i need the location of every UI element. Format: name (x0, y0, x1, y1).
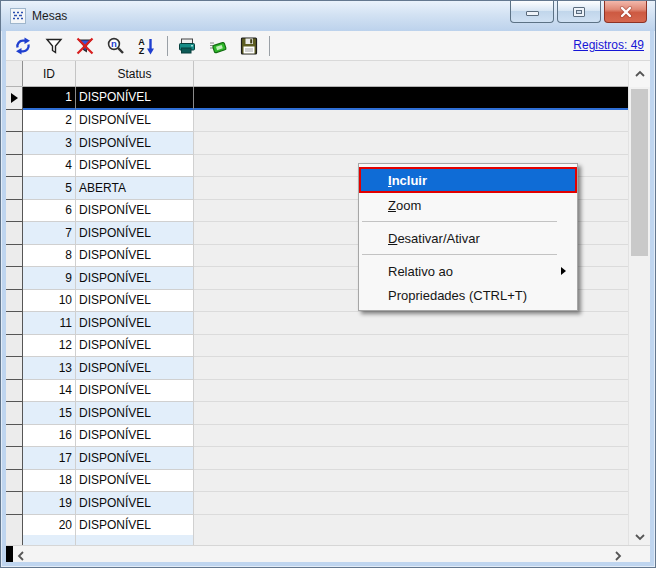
table-row[interactable]: 1DISPONÍVEL (6, 87, 628, 110)
table-row[interactable]: 3DISPONÍVEL (6, 132, 628, 155)
cell-status[interactable]: DISPONÍVEL (76, 290, 194, 313)
cell-status[interactable]: DISPONÍVEL (76, 380, 194, 403)
registros-link[interactable]: Registros: 49 (573, 38, 644, 52)
cell-status[interactable]: DISPONÍVEL (76, 200, 194, 223)
payment-button[interactable] (205, 34, 231, 58)
cell-status[interactable]: DISPONÍVEL (76, 447, 194, 470)
row-indicator[interactable] (6, 222, 23, 245)
row-indicator[interactable] (6, 447, 23, 470)
scroll-left-button[interactable] (17, 548, 25, 566)
refresh-button[interactable] (10, 34, 36, 58)
table-row[interactable]: 12DISPONÍVEL (6, 335, 628, 358)
cell-status[interactable]: DISPONÍVEL (76, 267, 194, 290)
row-indicator[interactable] (6, 312, 23, 335)
cell-id[interactable]: 18 (23, 470, 76, 493)
row-indicator[interactable] (6, 290, 23, 313)
cell-status[interactable]: DISPONÍVEL (76, 132, 194, 155)
vertical-scrollbar[interactable] (628, 61, 650, 545)
clear-filter-button[interactable] (72, 34, 98, 58)
cell-status[interactable]: DISPONÍVEL (76, 312, 194, 335)
table-row[interactable]: 16DISPONÍVEL (6, 425, 628, 448)
close-button[interactable] (604, 1, 647, 23)
cell-status[interactable]: ABERTA (76, 177, 194, 200)
cell-id[interactable]: 1 (23, 87, 76, 110)
filter-button[interactable] (41, 34, 67, 58)
row-indicator[interactable] (6, 492, 23, 515)
cell-id[interactable]: 11 (23, 312, 76, 335)
cell-id[interactable]: 15 (23, 402, 76, 425)
cell-id[interactable]: 8 (23, 245, 76, 268)
print-button[interactable] (174, 34, 200, 58)
column-header-status[interactable]: Status (76, 61, 194, 86)
cell-status[interactable]: DISPONÍVEL (76, 155, 194, 178)
table-row[interactable]: 2DISPONÍVEL (6, 110, 628, 133)
cell-id[interactable]: 16 (23, 425, 76, 448)
row-indicator[interactable] (6, 177, 23, 200)
row-indicator[interactable] (6, 132, 23, 155)
scroll-up-button[interactable] (629, 61, 650, 87)
title-bar[interactable]: Mesas (1, 1, 655, 31)
row-indicator[interactable] (6, 380, 23, 403)
cell-id[interactable]: 7 (23, 222, 76, 245)
cell-status[interactable]: DISPONÍVEL (76, 222, 194, 245)
cell-id[interactable]: 19 (23, 492, 76, 515)
cell-status[interactable]: DISPONÍVEL (76, 110, 194, 133)
cell-status[interactable]: DISPONÍVEL (76, 515, 194, 536)
row-indicator[interactable] (6, 402, 23, 425)
maximize-button[interactable] (557, 1, 601, 23)
table-row[interactable]: 11DISPONÍVEL (6, 312, 628, 335)
cell-id[interactable]: 10 (23, 290, 76, 313)
row-indicator[interactable] (6, 245, 23, 268)
row-indicator[interactable] (6, 267, 23, 290)
table-row[interactable]: 13DISPONÍVEL (6, 357, 628, 380)
cell-status[interactable]: DISPONÍVEL (76, 470, 194, 493)
cell-id[interactable]: 12 (23, 335, 76, 358)
cell-id[interactable]: 20 (23, 515, 76, 536)
menu-item-incluir[interactable]: Incluir (359, 167, 577, 193)
menu-item-propriedades-ctrl-t[interactable]: Propriedades (CTRL+T) (359, 283, 577, 307)
vertical-scroll-thumb[interactable] (631, 89, 648, 256)
scroll-right-button[interactable] (614, 548, 622, 566)
cell-id[interactable]: 13 (23, 357, 76, 380)
row-indicator[interactable] (6, 470, 23, 493)
row-indicator[interactable] (6, 335, 23, 358)
row-indicator[interactable] (6, 425, 23, 448)
cell-status[interactable]: DISPONÍVEL (76, 402, 194, 425)
table-row[interactable]: 14DISPONÍVEL (6, 380, 628, 403)
cell-status[interactable]: DISPONÍVEL (76, 357, 194, 380)
horizontal-scrollbar[interactable] (6, 545, 650, 562)
scroll-down-button[interactable] (629, 529, 650, 545)
cell-status[interactable]: DISPONÍVEL (76, 425, 194, 448)
save-button[interactable] (236, 34, 262, 58)
row-indicator[interactable] (6, 87, 23, 110)
cell-id[interactable]: 9 (23, 267, 76, 290)
table-row[interactable]: 15DISPONÍVEL (6, 402, 628, 425)
cell-id[interactable]: 3 (23, 132, 76, 155)
row-indicator[interactable] (6, 110, 23, 133)
cell-id[interactable]: 14 (23, 380, 76, 403)
table-row[interactable]: 18DISPONÍVEL (6, 470, 628, 493)
column-header-id[interactable]: ID (23, 61, 76, 86)
cell-status[interactable]: DISPONÍVEL (76, 245, 194, 268)
cell-id[interactable]: 6 (23, 200, 76, 223)
cell-id[interactable]: 5 (23, 177, 76, 200)
table-row[interactable]: 17DISPONÍVEL (6, 447, 628, 470)
cell-status[interactable]: DISPONÍVEL (76, 87, 194, 110)
menu-item-desativar-ativar[interactable]: Desativar/Ativar (359, 226, 577, 250)
row-indicator[interactable] (6, 155, 23, 178)
table-row[interactable]: 20DISPONÍVEL (6, 515, 628, 536)
menu-item-zoom[interactable]: Zoom (359, 193, 577, 217)
menu-item-relativo-ao[interactable]: Relativo ao (359, 259, 577, 283)
row-indicator[interactable] (6, 357, 23, 380)
cell-id[interactable]: 2 (23, 110, 76, 133)
row-indicator[interactable] (6, 515, 23, 536)
cell-status[interactable]: DISPONÍVEL (76, 492, 194, 515)
cell-status[interactable]: DISPONÍVEL (76, 335, 194, 358)
cell-id[interactable]: 4 (23, 155, 76, 178)
locate-button[interactable]: n (103, 34, 129, 58)
sort-button[interactable]: A Z (134, 34, 160, 58)
minimize-button[interactable] (510, 1, 554, 23)
table-row[interactable]: 19DISPONÍVEL (6, 492, 628, 515)
row-indicator[interactable] (6, 200, 23, 223)
cell-id[interactable]: 17 (23, 447, 76, 470)
